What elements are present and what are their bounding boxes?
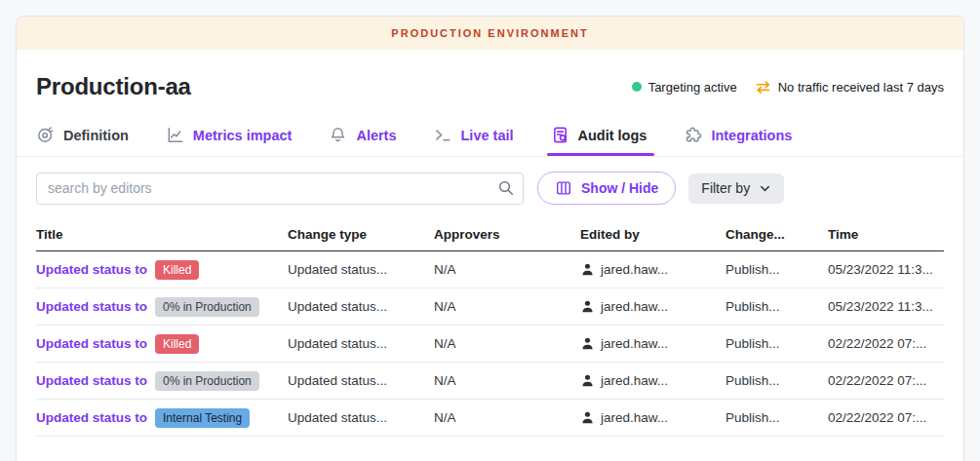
approvers-cell: N/A	[434, 262, 580, 277]
page-header: Production-aa Targeting active No traffi…	[17, 50, 963, 114]
tab-label: Integrations	[711, 128, 792, 143]
edited-by-cell: jared.haw...	[580, 373, 725, 388]
change-cell: Publish...	[725, 410, 828, 425]
time-cell: 02/22/2022 07:...	[828, 336, 944, 351]
environment-banner: PRODUCTION ENVIRONMENT	[17, 17, 963, 50]
status-group: Targeting active No traffic received las…	[632, 80, 944, 95]
edited-by-label: jared.haw...	[601, 336, 668, 351]
column-header-approvers: Approvers	[434, 227, 580, 242]
tab-metrics-impact[interactable]: Metrics impact	[166, 114, 293, 156]
column-header-title: Title	[36, 227, 288, 242]
change-cell: Publish...	[725, 299, 828, 314]
audit-log-icon	[551, 126, 569, 144]
title-link[interactable]: Updated status to	[36, 336, 147, 351]
change-cell: Publish...	[725, 373, 828, 388]
approvers-cell: N/A	[434, 410, 580, 425]
table-row[interactable]: Updated status to Killed Updated status.…	[36, 326, 944, 363]
title-link[interactable]: Updated status to	[36, 373, 147, 388]
traffic-status-label: No traffic received last 7 days	[778, 80, 944, 95]
tab-audit-logs[interactable]: Audit logs	[551, 114, 647, 156]
column-header-time: Time	[828, 227, 944, 242]
tab-label: Definition	[63, 128, 129, 143]
tab-integrations[interactable]: Integrations	[684, 114, 792, 156]
targeting-status: Targeting active	[632, 80, 737, 95]
audit-table: Title Change type Approvers Edited by Ch…	[36, 218, 944, 437]
column-header-edited-by: Edited by	[580, 227, 725, 242]
time-cell: 05/23/2022 11:3...	[828, 262, 944, 277]
edited-by-cell: jared.haw...	[580, 410, 725, 425]
traffic-status: No traffic received last 7 days	[755, 80, 944, 95]
tab-definition[interactable]: Definition	[36, 114, 129, 156]
time-cell: 02/22/2022 07:...	[828, 373, 944, 388]
show-hide-label: Show / Hide	[581, 180, 658, 196]
filter-by-label: Filter by	[701, 180, 750, 196]
title-link[interactable]: Updated status to	[36, 262, 147, 277]
status-badge: Internal Testing	[155, 408, 250, 428]
tab-label: Live tail	[461, 128, 514, 143]
user-icon	[580, 262, 595, 277]
traffic-arrows-icon	[755, 80, 771, 95]
time-cell: 02/22/2022 07:...	[828, 410, 944, 425]
tab-live-tail[interactable]: Live tail	[434, 114, 514, 156]
search-box	[36, 173, 524, 205]
change-type-cell: Updated status...	[288, 299, 434, 314]
table-row[interactable]: Updated status to Internal Testing Updat…	[36, 400, 944, 437]
filter-by-dropdown[interactable]: Filter by	[688, 173, 784, 204]
column-header-change: Change...	[725, 227, 828, 242]
toolbar: Show / Hide Filter by	[17, 157, 963, 216]
edited-by-label: jared.haw...	[601, 299, 668, 314]
definition-icon	[36, 126, 55, 144]
change-type-cell: Updated status...	[288, 373, 434, 388]
approvers-cell: N/A	[434, 299, 580, 314]
edited-by-cell: jared.haw...	[580, 262, 725, 277]
environment-card: PRODUCTION ENVIRONMENT Production-aa Tar…	[16, 16, 964, 461]
green-dot-icon	[632, 82, 642, 92]
metrics-icon	[166, 126, 184, 144]
column-header-change-type: Change type	[288, 227, 434, 242]
table-row[interactable]: Updated status to 0% in Production Updat…	[36, 288, 944, 326]
approvers-cell: N/A	[434, 336, 580, 351]
title-link[interactable]: Updated status to	[36, 299, 147, 314]
user-icon	[580, 410, 595, 425]
table-row[interactable]: Updated status to Killed Updated status.…	[36, 251, 944, 288]
user-icon	[580, 373, 595, 388]
status-badge: 0% in Production	[155, 297, 259, 317]
edited-by-label: jared.haw...	[601, 262, 668, 277]
table-row[interactable]: Updated status to 0% in Production Updat…	[36, 363, 944, 400]
bell-icon	[329, 126, 347, 144]
page-title: Production-aa	[36, 73, 191, 100]
table-header-row: Title Change type Approvers Edited by Ch…	[36, 218, 944, 251]
time-cell: 05/23/2022 11:3...	[828, 299, 944, 314]
change-type-cell: Updated status...	[288, 336, 434, 351]
search-icon	[497, 179, 515, 197]
status-badge: 0% in Production	[155, 371, 259, 391]
targeting-status-label: Targeting active	[648, 80, 737, 95]
change-cell: Publish...	[725, 336, 828, 351]
show-hide-button[interactable]: Show / Hide	[537, 172, 676, 205]
status-badge: Killed	[155, 260, 199, 280]
change-type-cell: Updated status...	[288, 410, 434, 425]
tab-alerts[interactable]: Alerts	[329, 114, 396, 156]
user-icon	[580, 299, 595, 314]
status-badge: Killed	[155, 334, 199, 354]
tab-label: Audit logs	[578, 128, 647, 143]
change-type-cell: Updated status...	[288, 262, 434, 277]
terminal-icon	[434, 126, 452, 144]
edited-by-label: jared.haw...	[601, 410, 668, 425]
search-input[interactable]	[36, 173, 524, 205]
tab-bar: Definition Metrics impact Alerts	[17, 114, 963, 157]
user-icon	[580, 336, 595, 351]
approvers-cell: N/A	[434, 373, 580, 388]
tab-label: Alerts	[356, 128, 396, 143]
change-cell: Publish...	[725, 262, 828, 277]
title-link[interactable]: Updated status to	[36, 410, 147, 425]
chevron-down-icon	[759, 182, 771, 195]
edited-by-cell: jared.haw...	[580, 299, 725, 314]
columns-icon	[555, 179, 572, 197]
edited-by-label: jared.haw...	[601, 373, 668, 388]
tab-label: Metrics impact	[193, 128, 293, 143]
puzzle-icon	[684, 126, 702, 144]
edited-by-cell: jared.haw...	[580, 336, 725, 351]
